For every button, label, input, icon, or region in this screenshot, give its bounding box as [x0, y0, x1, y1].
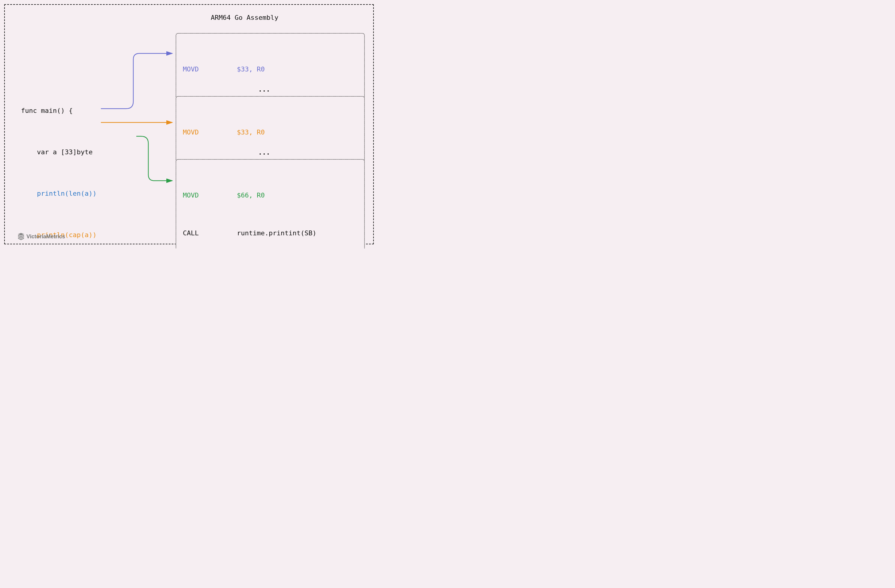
asm-arg: $66, R0 — [237, 189, 359, 202]
victoriametrics-logo: VictoriaMetrics — [17, 233, 65, 240]
asm-arg: $33, R0 — [237, 126, 359, 139]
asm-op: MOVD — [183, 126, 237, 139]
go-source-code: func main() { var a [33]byte println(len… — [21, 76, 132, 249]
asm-arg: runtime.printint(SB) — [237, 227, 359, 239]
asm-op: MOVD — [183, 189, 237, 202]
asm-op: MOVD — [183, 63, 237, 76]
asm-op: CALL — [183, 227, 237, 239]
code-line-1: func main() { — [21, 104, 132, 118]
ellipsis: ... — [258, 86, 270, 93]
logo-icon — [17, 233, 24, 240]
logo-text: VictoriaMetrics — [26, 233, 65, 240]
asm-arg: $33, R0 — [237, 63, 359, 76]
code-line-3-len: println(len(a)) — [21, 187, 132, 200]
ellipsis: ... — [258, 149, 270, 156]
asm-block-sum: MOVD$66, R0 CALLruntime.printint(SB) CAL… — [176, 159, 365, 249]
assembly-title: ARM64 Go Assembly — [211, 14, 278, 21]
code-line-2: var a [33]byte — [21, 145, 132, 159]
